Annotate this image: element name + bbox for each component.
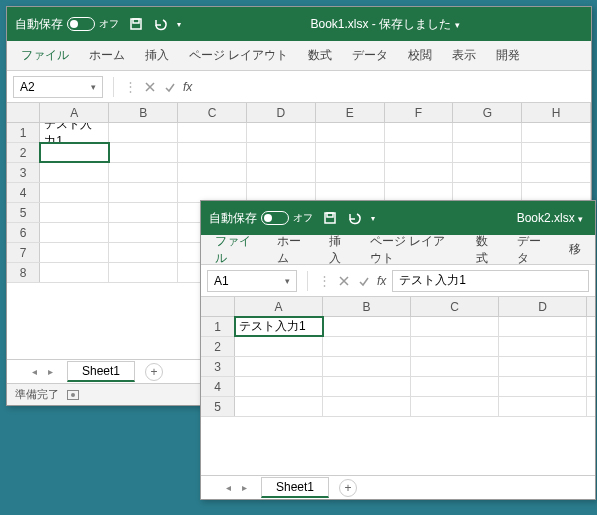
cell-B3[interactable] <box>109 163 178 182</box>
cell-A4[interactable] <box>40 183 109 202</box>
col-header-B[interactable]: B <box>323 297 411 316</box>
cell-F2[interactable] <box>385 143 454 162</box>
cell-B2[interactable] <box>323 337 411 356</box>
undo-icon[interactable] <box>153 17 167 31</box>
cell-A5[interactable] <box>235 397 323 416</box>
cell-E3[interactable] <box>316 163 385 182</box>
cell-B3[interactable] <box>323 357 411 376</box>
cell-B7[interactable] <box>109 243 178 262</box>
cell-A2[interactable] <box>40 143 109 162</box>
row-header-2[interactable]: 2 <box>201 337 235 356</box>
cell-H1[interactable] <box>522 123 591 142</box>
cell-A1[interactable]: テスト入力1 <box>235 317 323 336</box>
add-sheet-icon[interactable]: + <box>145 363 163 381</box>
cell-B5[interactable] <box>323 397 411 416</box>
cell-D2[interactable] <box>247 143 316 162</box>
row-header-3[interactable]: 3 <box>201 357 235 376</box>
col-header-G[interactable]: G <box>453 103 522 122</box>
ribbon-tab-開発[interactable]: 開発 <box>488 43 528 68</box>
name-box[interactable]: A1 ▾ <box>207 270 297 292</box>
ribbon-tab-数式[interactable]: 数式 <box>300 43 340 68</box>
cell-E1[interactable] <box>316 123 385 142</box>
ribbon-tab-挿入[interactable]: 挿入 <box>321 229 358 271</box>
ribbon-tab-移[interactable]: 移 <box>561 237 589 262</box>
cancel-icon[interactable] <box>337 274 351 288</box>
formula-input[interactable] <box>198 76 585 98</box>
cell-D1[interactable] <box>499 317 587 336</box>
ribbon-tab-ページ レイアウト[interactable]: ページ レイアウト <box>181 43 296 68</box>
cell-C2[interactable] <box>411 337 499 356</box>
chevron-down-icon[interactable]: ▾ <box>91 82 96 92</box>
cell-H3[interactable] <box>522 163 591 182</box>
undo-icon[interactable] <box>347 211 361 225</box>
name-box[interactable]: A2 ▾ <box>13 76 103 98</box>
sheet-nav-prev-icon[interactable]: ◂ <box>221 481 235 495</box>
col-header-C[interactable]: C <box>411 297 499 316</box>
sheet-nav-next-icon[interactable]: ▸ <box>43 365 57 379</box>
col-header-A[interactable]: A <box>235 297 323 316</box>
ribbon-tab-ファイル[interactable]: ファイル <box>13 43 77 68</box>
cell-C1[interactable] <box>411 317 499 336</box>
ribbon-tab-ホーム[interactable]: ホーム <box>81 43 133 68</box>
col-header-C[interactable]: C <box>178 103 247 122</box>
cell-F3[interactable] <box>385 163 454 182</box>
cancel-icon[interactable] <box>143 80 157 94</box>
ribbon-tab-ホーム[interactable]: ホーム <box>269 229 317 271</box>
cell-D1[interactable] <box>247 123 316 142</box>
row-header-6[interactable]: 6 <box>7 223 40 242</box>
spreadsheet-grid[interactable]: ABCD1テスト入力12345 <box>201 297 595 447</box>
enter-icon[interactable] <box>357 274 371 288</box>
cell-E2[interactable] <box>316 143 385 162</box>
cell-A4[interactable] <box>235 377 323 396</box>
col-header-F[interactable]: F <box>385 103 454 122</box>
fx-icon[interactable]: fx <box>377 274 386 288</box>
ribbon-tab-ファイル[interactable]: ファイル <box>207 229 265 271</box>
cell-C1[interactable] <box>178 123 247 142</box>
ribbon-tab-表示[interactable]: 表示 <box>444 43 484 68</box>
sheet-nav-next-icon[interactable]: ▸ <box>237 481 251 495</box>
autosave-toggle[interactable]: 自動保存 オフ <box>209 210 313 227</box>
cell-A6[interactable] <box>40 223 109 242</box>
row-header-3[interactable]: 3 <box>7 163 40 182</box>
col-header-H[interactable]: H <box>522 103 591 122</box>
sheet-tab[interactable]: Sheet1 <box>261 477 329 498</box>
row-header-5[interactable]: 5 <box>7 203 40 222</box>
toggle-off-icon[interactable] <box>261 211 289 225</box>
undo-dropdown-icon[interactable]: ▾ <box>177 20 181 29</box>
fx-icon[interactable]: fx <box>183 80 192 94</box>
cell-G2[interactable] <box>453 143 522 162</box>
select-all-corner[interactable] <box>201 297 235 316</box>
save-icon[interactable] <box>129 17 143 31</box>
ribbon-tab-ページ レイアウト[interactable]: ページ レイアウト <box>362 229 465 271</box>
cell-B8[interactable] <box>109 263 178 282</box>
cell-A1[interactable]: テスト入力1 <box>40 123 109 142</box>
enter-icon[interactable] <box>163 80 177 94</box>
row-header-4[interactable]: 4 <box>7 183 40 202</box>
row-header-1[interactable]: 1 <box>7 123 40 142</box>
row-header-2[interactable]: 2 <box>7 143 40 162</box>
cell-A8[interactable] <box>40 263 109 282</box>
cell-B4[interactable] <box>323 377 411 396</box>
cell-A3[interactable] <box>235 357 323 376</box>
cell-B4[interactable] <box>109 183 178 202</box>
cell-C5[interactable] <box>411 397 499 416</box>
row-header-8[interactable]: 8 <box>7 263 40 282</box>
col-header-A[interactable]: A <box>40 103 109 122</box>
cell-B2[interactable] <box>109 143 178 162</box>
cell-D5[interactable] <box>499 397 587 416</box>
undo-dropdown-icon[interactable]: ▾ <box>371 214 375 223</box>
cell-B1[interactable] <box>323 317 411 336</box>
sheet-tab[interactable]: Sheet1 <box>67 361 135 382</box>
cell-B5[interactable] <box>109 203 178 222</box>
ribbon-tab-校閲[interactable]: 校閲 <box>400 43 440 68</box>
cell-D3[interactable] <box>247 163 316 182</box>
select-all-corner[interactable] <box>7 103 40 122</box>
add-sheet-icon[interactable]: + <box>339 479 357 497</box>
cell-C2[interactable] <box>178 143 247 162</box>
record-macro-icon[interactable] <box>67 390 79 400</box>
cell-D2[interactable] <box>499 337 587 356</box>
ribbon-tab-データ[interactable]: データ <box>344 43 396 68</box>
cell-G1[interactable] <box>453 123 522 142</box>
autosave-toggle[interactable]: 自動保存 オフ <box>15 16 119 33</box>
cell-C4[interactable] <box>411 377 499 396</box>
